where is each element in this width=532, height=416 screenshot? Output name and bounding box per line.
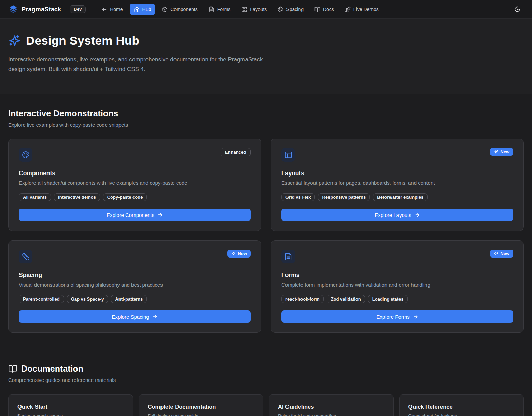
arrow-right-icon — [413, 314, 418, 319]
card-title: Layouts — [281, 170, 513, 177]
nav-item-live-demos[interactable]: Live Demos — [341, 4, 383, 15]
sparkles-icon — [494, 150, 498, 154]
card-description: Visual demonstrations of spacing philoso… — [19, 282, 251, 288]
nav-item-hub[interactable]: Hub — [130, 4, 155, 15]
doc-card-quick-reference[interactable]: Quick Reference Cheat sheet for lookups — [399, 394, 524, 416]
tag-badge: Copy-paste code — [103, 193, 147, 201]
demo-card-grid: Enhanced Components Explore all shadcn/u… — [8, 139, 524, 333]
section-divider — [8, 349, 524, 349]
brand[interactable]: PragmaStack Dev — [9, 5, 86, 14]
doc-card-complete-documentation[interactable]: Complete Documentation Full design syste… — [139, 394, 264, 416]
demos-heading: Interactive Demonstrations — [8, 109, 118, 119]
new-badge: New — [227, 250, 251, 258]
layers-logo-icon — [9, 5, 18, 14]
book-open-icon — [314, 6, 320, 12]
nav-item-spacing[interactable]: Spacing — [274, 4, 308, 15]
demos-subheading: Explore live examples with copy-paste co… — [8, 122, 524, 128]
card-description: Essential layout patterns for pages, das… — [281, 180, 513, 186]
arrow-left-icon — [101, 6, 107, 12]
doc-card-grid: Quick Start 5-minute crash course Comple… — [8, 394, 524, 416]
sparkles-icon — [231, 251, 236, 256]
new-badge: New — [490, 250, 513, 258]
doc-card-ai-guidelines[interactable]: AI Guidelines Rules for AI code generati… — [269, 394, 394, 416]
brand-name: PragmaStack — [22, 6, 61, 13]
tag-badge: react-hook-form — [281, 295, 324, 303]
new-badge: New — [490, 148, 513, 156]
docs-subheading: Comprehensive guides and reference mater… — [8, 377, 524, 383]
tag-badge: All variants — [19, 193, 51, 201]
main-content: Interactive Demonstrations Explore live … — [0, 109, 532, 416]
main-nav: Home Hub Components Forms Layouts — [97, 4, 383, 15]
hero-section: Design System Hub Interactive demonstrat… — [0, 19, 532, 94]
file-text-icon — [281, 250, 295, 263]
env-badge: Dev — [70, 5, 86, 13]
tag-badge: Interactive demos — [54, 193, 100, 201]
top-navbar: PragmaStack Dev Home Hub Components Fo — [0, 0, 532, 19]
tag-badge: Zod validation — [327, 295, 365, 303]
card-title: Forms — [281, 272, 513, 279]
theme-toggle-button[interactable] — [512, 3, 523, 15]
palette-icon — [19, 148, 32, 162]
arrow-right-icon — [157, 212, 163, 218]
card-title: Components — [19, 170, 251, 177]
tag-badge: Before/after examples — [373, 193, 428, 201]
tag-badge: Grid vs Flex — [281, 193, 315, 201]
tag-badge: Parent-controlled — [19, 295, 64, 303]
sparkles-icon — [8, 34, 21, 47]
sparkles-icon — [494, 251, 498, 256]
nav-item-forms[interactable]: Forms — [205, 4, 235, 15]
page-subtitle: Interactive demonstrations, live example… — [8, 55, 264, 74]
nav-item-components[interactable]: Components — [158, 4, 201, 15]
card-description: Complete form implementations with valid… — [281, 282, 513, 288]
book-open-icon — [8, 364, 17, 373]
docs-heading: Documentation — [21, 364, 83, 374]
explore-layouts-button[interactable]: Explore Layouts — [281, 209, 513, 221]
nav-item-layouts[interactable]: Layouts — [237, 4, 271, 15]
nav-item-docs[interactable]: Docs — [310, 4, 338, 15]
tag-badge: Loading states — [368, 295, 408, 303]
explore-components-button[interactable]: Explore Components — [19, 209, 251, 221]
tag-badge: Anti-patterns — [111, 295, 147, 303]
nav-item-home[interactable]: Home — [97, 4, 127, 15]
arrow-right-icon — [152, 314, 158, 319]
demo-card-components: Enhanced Components Explore all shadcn/u… — [8, 139, 261, 231]
demo-card-spacing: New Spacing Visual demonstrations of spa… — [8, 240, 261, 333]
package-icon — [162, 6, 168, 12]
ruler-icon — [19, 250, 32, 263]
enhanced-badge: Enhanced — [221, 148, 251, 156]
card-description: Explore all shadcn/ui components with li… — [19, 180, 251, 186]
explore-forms-button[interactable]: Explore Forms — [281, 310, 513, 323]
arrow-right-icon — [415, 212, 420, 218]
demo-card-layouts: New Layouts Essential layout patterns fo… — [271, 139, 524, 231]
page-title: Design System Hub — [26, 34, 139, 47]
doc-card-quick-start[interactable]: Quick Start 5-minute crash course — [8, 394, 133, 416]
card-title: Spacing — [19, 272, 251, 279]
demo-card-forms: New Forms Complete form implementations … — [271, 240, 524, 333]
file-text-icon — [209, 6, 214, 12]
home-icon — [134, 6, 140, 12]
tag-badge: Gap vs Space-y — [67, 295, 108, 303]
palette-icon — [278, 6, 283, 12]
moon-icon — [514, 6, 520, 12]
rocket-icon — [345, 6, 351, 12]
explore-spacing-button[interactable]: Explore Spacing — [19, 310, 251, 323]
tag-badge: Responsive patterns — [318, 193, 370, 201]
panels-top-left-icon — [281, 148, 295, 162]
layout-grid-icon — [241, 6, 247, 12]
